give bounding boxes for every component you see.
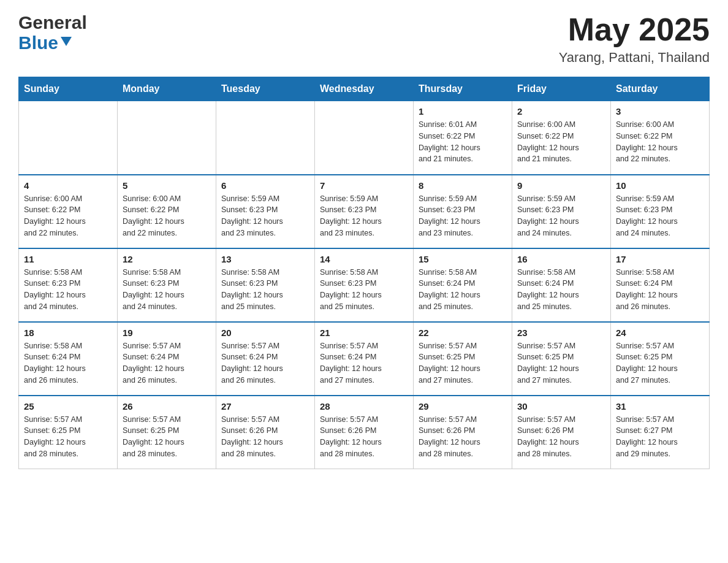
day-number: 7 [320, 180, 408, 191]
day-info: Sunrise: 5:57 AMSunset: 6:26 PMDaylight:… [320, 414, 408, 460]
day-info: Sunrise: 6:01 AMSunset: 6:22 PMDaylight:… [419, 119, 507, 165]
day-info: Sunrise: 5:57 AMSunset: 6:25 PMDaylight:… [24, 414, 112, 460]
weekday-header-row: Sunday Monday Tuesday Wednesday Thursday… [19, 77, 710, 101]
calendar-cell-w3-d4: 15Sunrise: 5:58 AMSunset: 6:24 PMDayligh… [414, 248, 512, 322]
header-monday: Monday [118, 77, 216, 101]
day-number: 19 [123, 327, 211, 338]
day-number: 6 [221, 180, 309, 191]
day-number: 4 [24, 180, 112, 191]
calendar-cell-w5-d6: 31Sunrise: 5:57 AMSunset: 6:27 PMDayligh… [611, 396, 710, 469]
day-number: 9 [517, 180, 605, 191]
calendar-cell-w1-d2 [216, 101, 315, 175]
logo-triangle-icon [61, 37, 72, 46]
calendar-week-2: 4Sunrise: 6:00 AMSunset: 6:22 PMDaylight… [19, 175, 710, 248]
calendar-cell-w2-d1: 5Sunrise: 6:00 AMSunset: 6:22 PMDaylight… [118, 175, 216, 248]
day-number: 18 [24, 327, 112, 338]
day-info: Sunrise: 6:00 AMSunset: 6:22 PMDaylight:… [616, 119, 704, 165]
day-info: Sunrise: 5:57 AMSunset: 6:26 PMDaylight:… [221, 414, 309, 460]
header-saturday: Saturday [611, 77, 710, 101]
calendar-cell-w5-d3: 28Sunrise: 5:57 AMSunset: 6:26 PMDayligh… [315, 396, 414, 469]
day-number: 17 [616, 254, 704, 264]
day-info: Sunrise: 5:57 AMSunset: 6:24 PMDaylight:… [123, 340, 211, 386]
day-info: Sunrise: 6:00 AMSunset: 6:22 PMDaylight:… [24, 193, 112, 239]
day-number: 14 [320, 254, 408, 264]
day-info: Sunrise: 5:58 AMSunset: 6:24 PMDaylight:… [24, 340, 112, 386]
calendar-cell-w2-d2: 6Sunrise: 5:59 AMSunset: 6:23 PMDaylight… [216, 175, 315, 248]
day-number: 30 [517, 401, 605, 412]
header-thursday: Thursday [414, 77, 512, 101]
day-info: Sunrise: 5:58 AMSunset: 6:23 PMDaylight:… [24, 267, 112, 313]
day-number: 15 [419, 254, 507, 264]
day-number: 2 [517, 106, 605, 117]
header-tuesday: Tuesday [216, 77, 315, 101]
title-block: May 2025 Yarang, Pattani, Thailand [559, 12, 710, 66]
calendar-cell-w5-d2: 27Sunrise: 5:57 AMSunset: 6:26 PMDayligh… [216, 396, 315, 469]
logo-general: General [18, 12, 87, 33]
month-title: May 2025 [559, 12, 710, 47]
calendar-cell-w2-d5: 9Sunrise: 5:59 AMSunset: 6:23 PMDaylight… [512, 175, 611, 248]
calendar-cell-w2-d0: 4Sunrise: 6:00 AMSunset: 6:22 PMDaylight… [19, 175, 118, 248]
calendar-table: Sunday Monday Tuesday Wednesday Thursday… [18, 77, 710, 469]
day-info: Sunrise: 5:57 AMSunset: 6:27 PMDaylight:… [616, 414, 704, 460]
logo: General Blue [18, 12, 87, 53]
day-info: Sunrise: 5:58 AMSunset: 6:23 PMDaylight:… [221, 267, 309, 313]
day-info: Sunrise: 5:59 AMSunset: 6:23 PMDaylight:… [419, 193, 507, 239]
calendar-cell-w3-d5: 16Sunrise: 5:58 AMSunset: 6:24 PMDayligh… [512, 248, 611, 322]
calendar-cell-w3-d3: 14Sunrise: 5:58 AMSunset: 6:23 PMDayligh… [315, 248, 414, 322]
calendar-cell-w1-d6: 3Sunrise: 6:00 AMSunset: 6:22 PMDaylight… [611, 101, 710, 175]
calendar-cell-w1-d1 [118, 101, 216, 175]
calendar-cell-w4-d5: 23Sunrise: 5:57 AMSunset: 6:25 PMDayligh… [512, 322, 611, 396]
day-info: Sunrise: 5:58 AMSunset: 6:24 PMDaylight:… [419, 267, 507, 313]
day-number: 20 [221, 327, 309, 338]
calendar-cell-w3-d1: 12Sunrise: 5:58 AMSunset: 6:23 PMDayligh… [118, 248, 216, 322]
day-number: 25 [24, 401, 112, 412]
day-number: 23 [517, 327, 605, 338]
calendar-cell-w2-d4: 8Sunrise: 5:59 AMSunset: 6:23 PMDaylight… [414, 175, 512, 248]
day-info: Sunrise: 5:58 AMSunset: 6:24 PMDaylight:… [616, 267, 704, 313]
day-number: 13 [221, 254, 309, 264]
location-title: Yarang, Pattani, Thailand [559, 50, 710, 66]
day-number: 10 [616, 180, 704, 191]
day-info: Sunrise: 5:57 AMSunset: 6:26 PMDaylight:… [419, 414, 507, 460]
day-info: Sunrise: 5:57 AMSunset: 6:26 PMDaylight:… [517, 414, 605, 460]
day-number: 1 [419, 106, 507, 117]
calendar-cell-w1-d5: 2Sunrise: 6:00 AMSunset: 6:22 PMDaylight… [512, 101, 611, 175]
calendar-cell-w5-d1: 26Sunrise: 5:57 AMSunset: 6:25 PMDayligh… [118, 396, 216, 469]
header-sunday: Sunday [19, 77, 118, 101]
page-header: General Blue May 2025 Yarang, Pattani, T… [18, 12, 710, 66]
calendar-cell-w4-d3: 21Sunrise: 5:57 AMSunset: 6:24 PMDayligh… [315, 322, 414, 396]
calendar-cell-w4-d6: 24Sunrise: 5:57 AMSunset: 6:25 PMDayligh… [611, 322, 710, 396]
calendar-cell-w1-d4: 1Sunrise: 6:01 AMSunset: 6:22 PMDaylight… [414, 101, 512, 175]
header-friday: Friday [512, 77, 611, 101]
calendar-week-5: 25Sunrise: 5:57 AMSunset: 6:25 PMDayligh… [19, 396, 710, 469]
calendar-cell-w5-d4: 29Sunrise: 5:57 AMSunset: 6:26 PMDayligh… [414, 396, 512, 469]
day-number: 28 [320, 401, 408, 412]
day-number: 3 [616, 106, 704, 117]
day-info: Sunrise: 5:57 AMSunset: 6:24 PMDaylight:… [320, 340, 408, 386]
day-number: 24 [616, 327, 704, 338]
day-info: Sunrise: 5:58 AMSunset: 6:23 PMDaylight:… [123, 267, 211, 313]
day-info: Sunrise: 5:59 AMSunset: 6:23 PMDaylight:… [517, 193, 605, 239]
calendar-cell-w3-d0: 11Sunrise: 5:58 AMSunset: 6:23 PMDayligh… [19, 248, 118, 322]
calendar-cell-w3-d6: 17Sunrise: 5:58 AMSunset: 6:24 PMDayligh… [611, 248, 710, 322]
day-info: Sunrise: 6:00 AMSunset: 6:22 PMDaylight:… [517, 119, 605, 165]
day-number: 27 [221, 401, 309, 412]
day-info: Sunrise: 5:59 AMSunset: 6:23 PMDaylight:… [221, 193, 309, 239]
day-info: Sunrise: 5:57 AMSunset: 6:25 PMDaylight:… [616, 340, 704, 386]
calendar-cell-w1-d0 [19, 101, 118, 175]
calendar-cell-w4-d0: 18Sunrise: 5:58 AMSunset: 6:24 PMDayligh… [19, 322, 118, 396]
day-number: 5 [123, 180, 211, 191]
day-number: 16 [517, 254, 605, 264]
day-number: 11 [24, 254, 112, 264]
day-info: Sunrise: 5:57 AMSunset: 6:25 PMDaylight:… [123, 414, 211, 460]
day-number: 8 [419, 180, 507, 191]
day-info: Sunrise: 5:57 AMSunset: 6:25 PMDaylight:… [517, 340, 605, 386]
calendar-cell-w4-d1: 19Sunrise: 5:57 AMSunset: 6:24 PMDayligh… [118, 322, 216, 396]
day-info: Sunrise: 5:58 AMSunset: 6:24 PMDaylight:… [517, 267, 605, 313]
calendar-cell-w5-d0: 25Sunrise: 5:57 AMSunset: 6:25 PMDayligh… [19, 396, 118, 469]
calendar-week-3: 11Sunrise: 5:58 AMSunset: 6:23 PMDayligh… [19, 248, 710, 322]
day-number: 26 [123, 401, 211, 412]
calendar-week-4: 18Sunrise: 5:58 AMSunset: 6:24 PMDayligh… [19, 322, 710, 396]
calendar-cell-w4-d4: 22Sunrise: 5:57 AMSunset: 6:25 PMDayligh… [414, 322, 512, 396]
calendar-week-1: 1Sunrise: 6:01 AMSunset: 6:22 PMDaylight… [19, 101, 710, 175]
